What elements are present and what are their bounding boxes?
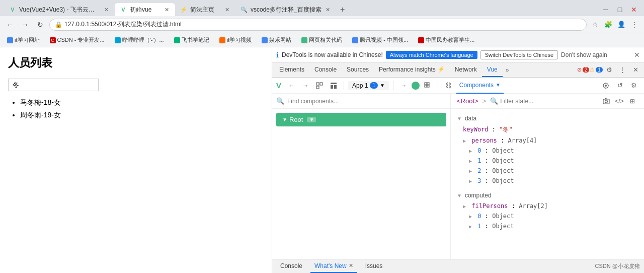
maximize-button[interactable]: □ [614, 4, 626, 16]
tab-initial-vue[interactable]: V 初始vue ✕ [115, 3, 175, 16]
components-tab[interactable]: Components ▼ [456, 78, 504, 94]
settings-icon[interactable]: ⚙ [603, 63, 616, 77]
more-tabs-button[interactable]: » [503, 62, 512, 77]
vue-grid-icon[interactable] [422, 80, 434, 92]
tab-performance[interactable]: Performance insights ⚡ [374, 62, 450, 77]
back-button[interactable]: ← [4, 19, 16, 31]
app-indicator[interactable]: App 1 1 ▼ [348, 81, 389, 90]
bookmark-csdn[interactable]: C CSDN - 专业开发... [47, 35, 108, 45]
data-section-header[interactable]: ▼ data [451, 113, 644, 124]
components-label: Components [459, 82, 494, 89]
computed-section: ▼ computed ▶ filPersons : Array[2] ▶ [451, 190, 644, 231]
bookmark-entertainment[interactable]: 娱乐网站 [259, 35, 294, 45]
menu-icon[interactable]: ⋮ [629, 19, 640, 30]
notification-close-icon[interactable]: ✕ [634, 51, 640, 59]
list-item: 周冬雨-19-女 [20, 109, 264, 121]
state-code-icon[interactable]: </> [614, 96, 625, 107]
computed-section-label: computed [465, 192, 492, 199]
close-button[interactable]: ✕ [628, 4, 640, 16]
vue-chain-icon[interactable]: ⛓ [442, 80, 454, 92]
child0-expand-icon[interactable]: ▶ [469, 148, 472, 154]
tab-title-3: 简法主页 [190, 6, 221, 14]
bookmark-favicon-3 [115, 37, 121, 43]
bookmark-favicon-4 [174, 37, 180, 43]
bookmark-web-code[interactable]: 网页相关代码 [298, 35, 345, 45]
root-component-item[interactable]: ▼ Root ▼ [276, 113, 446, 126]
bottom-whatsnew-close[interactable]: ✕ [349, 262, 353, 269]
vue-locate-icon[interactable] [600, 80, 612, 92]
bookmark-feishu[interactable]: 飞书学笔记 [171, 35, 212, 45]
bookmark-bilibili[interactable]: 哔哩哔哩（'-'）... [112, 35, 167, 45]
computed-section-header[interactable]: ▼ computed [451, 190, 644, 201]
bottom-tab-console[interactable]: Console [276, 259, 306, 273]
tab-sources[interactable]: Sources [342, 62, 374, 77]
error-badge[interactable]: ⊘ 2 [577, 63, 590, 77]
tab-title-2: 初始vue [130, 6, 160, 14]
tab-vue-docs[interactable]: V Vue(Vue2+Vue3) - 飞书云文档 ✕ [4, 3, 115, 16]
state-expand-icon[interactable]: ⊞ [627, 96, 638, 107]
dont-show-button[interactable]: Don't show again [561, 51, 607, 58]
child2-expand-icon[interactable]: ▶ [469, 168, 472, 174]
tab-vue[interactable]: Vue [482, 62, 503, 77]
fil-child0-expand[interactable]: ▶ [469, 214, 472, 219]
tab-favicon-3: ⚡ [180, 6, 187, 13]
toolbar-separator [344, 81, 344, 90]
tree-search-icon: 🔍 [276, 97, 284, 105]
close-devtools-icon[interactable]: ✕ [629, 63, 642, 77]
address-input[interactable]: 🔒 127.0.0.1:5500/012-列表渲染/列表过滤.html [49, 19, 587, 31]
always-match-button[interactable]: Always match Chrome's language [386, 51, 477, 59]
persons-expand-icon[interactable]: ▶ [463, 138, 466, 144]
tab-close-1[interactable]: ✕ [103, 6, 110, 14]
filpersons-expand-icon[interactable]: ▶ [463, 203, 466, 209]
forward-button[interactable]: → [19, 19, 31, 31]
tab-console[interactable]: Console [309, 62, 342, 77]
state-filter-input[interactable] [500, 98, 550, 105]
child3-expand-icon[interactable]: ▶ [469, 178, 472, 184]
warning-badge[interactable]: ⚠ 1 [590, 63, 603, 77]
fil-child1-expand[interactable]: ▶ [469, 224, 472, 229]
tab-favicon-1: V [9, 6, 16, 13]
svg-rect-7 [427, 83, 429, 85]
vue-back-button[interactable]: ← [285, 80, 297, 92]
state-screenshot-icon[interactable] [601, 96, 612, 107]
tab-vscode[interactable]: 🔍 vscode多行注释_百度搜索 ✕ [235, 3, 336, 16]
profile-icon[interactable]: 👤 [616, 19, 627, 30]
bookmark-favicon-2: C [50, 37, 56, 43]
bookmark-it-video[interactable]: it学习视频 [216, 35, 255, 45]
bookmark-favicon-7 [301, 37, 307, 43]
tab-close-3[interactable]: ✕ [224, 6, 230, 14]
vue-arrow-btn[interactable]: → [397, 80, 410, 92]
vue-inspect-icon[interactable] [313, 80, 326, 92]
bookmark-tencent-video[interactable]: 腾讯视频 - 中国领... [349, 35, 411, 45]
extension-icon[interactable]: 🧩 [603, 19, 614, 30]
tab-close-2[interactable]: ✕ [164, 6, 170, 14]
tree-search-input[interactable] [287, 98, 446, 105]
bookmark-minjiao[interactable]: 中国民办教育学生... [415, 35, 477, 45]
state-header-icons: </> ⊞ [601, 96, 638, 107]
minimize-button[interactable]: ─ [600, 4, 612, 16]
refresh-button[interactable]: ↻ [34, 19, 46, 31]
vue-refresh-icon[interactable]: ↺ [614, 80, 626, 92]
bookmark-star-icon[interactable]: ☆ [590, 19, 601, 30]
vue-forward-button[interactable]: → [299, 80, 311, 92]
switch-to-chinese-button[interactable]: Switch DevTools to Chinese [480, 50, 558, 59]
tab-elements[interactable]: Elements [274, 62, 309, 77]
svg-rect-3 [331, 83, 337, 84]
address-icons: ☆ 🧩 👤 ⋮ [590, 19, 640, 30]
new-tab-button[interactable]: + [336, 3, 349, 16]
tab-network[interactable]: Network [450, 62, 482, 77]
bottom-tab-issues[interactable]: Issues [361, 259, 387, 273]
bookmark-it-study[interactable]: it学习网址 [4, 35, 43, 45]
bottom-whatsnew-label: What's New [314, 262, 347, 269]
search-input[interactable] [8, 79, 99, 91]
tab-close-4[interactable]: ✕ [325, 6, 331, 14]
tab-jianfa[interactable]: ⚡ 简法主页 ✕ [175, 3, 235, 16]
tab-favicon-4: 🔍 [240, 6, 248, 13]
vue-settings-icon[interactable]: ⚙ [628, 80, 640, 92]
more-options-icon[interactable]: ⋮ [616, 63, 629, 77]
component-tree-panel: 🔍 ▼ Root ▼ [272, 94, 451, 259]
child1-expand-icon[interactable]: ▶ [469, 158, 472, 164]
warning-count: 1 [596, 67, 603, 73]
vue-layout-icon[interactable] [328, 80, 340, 92]
bottom-tab-whatsnew[interactable]: What's New ✕ [310, 259, 357, 273]
